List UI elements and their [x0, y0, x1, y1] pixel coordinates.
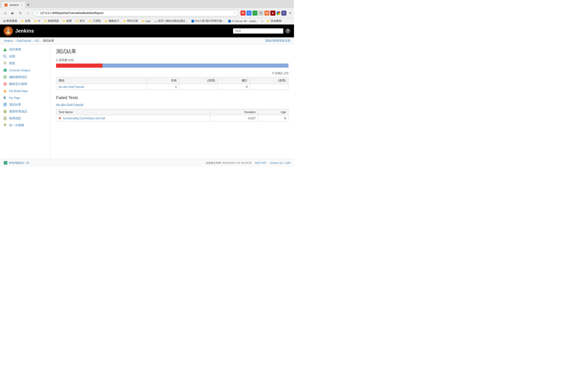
- bookmark-other[interactable]: 📁 其他書籤: [265, 19, 283, 23]
- bookmark-star-icon[interactable]: ☆: [233, 11, 236, 15]
- jenkins-help-button[interactable]: ?: [285, 28, 290, 33]
- bookmark-it-label: IT: [38, 20, 40, 23]
- sidebar-item-delete[interactable]: 刪除這次建構: [0, 81, 50, 87]
- bookmark-startup[interactable]: 📁 創業: [61, 19, 73, 23]
- edit-build-link[interactable]: 編輯建構資訊: [9, 75, 27, 79]
- translate-link[interactable]: 幫我們翻譯這一頁: [9, 161, 29, 165]
- folder-icon-geb: 📁: [142, 19, 145, 23]
- footer-translate: 幫我們翻譯這一頁: [4, 161, 29, 165]
- bookmark-inspire[interactable]: 📁 激勵短片: [103, 19, 121, 23]
- bookmark-readlater[interactable]: 📁 稍後閱讀: [43, 19, 60, 23]
- breadcrumb-build-number[interactable]: #22: [35, 39, 39, 42]
- svg-line-9: [6, 57, 7, 58]
- sidebar-item-console[interactable]: Console Output: [0, 67, 50, 74]
- breadcrumb-gebtutorial[interactable]: GebTutorial: [17, 39, 31, 42]
- unknown-ext2[interactable]: ■: [270, 10, 275, 16]
- git-link[interactable]: Git Build Data: [9, 89, 27, 93]
- tab-bar: Jenkins ✕: [0, 0, 294, 8]
- back-project-link[interactable]: 回到專案: [9, 48, 21, 52]
- total-col-header: 總計: [217, 77, 250, 84]
- age-header: Age: [258, 109, 288, 115]
- download-extension[interactable]: ↓: [252, 10, 258, 16]
- nav-bar: ◀ ▶ ↻ ⌂ 📄 127.0.0.1:9095/job/GebTutorial…: [0, 8, 294, 18]
- folder-icon-readlater: 📁: [44, 19, 47, 23]
- sidebar-item-edit-build[interactable]: 編輯建構資訊: [0, 74, 50, 81]
- status-link[interactable]: 狀態: [9, 54, 15, 58]
- svg-rect-11: [4, 63, 6, 63]
- home-button[interactable]: ⌂: [25, 10, 31, 16]
- console-icon: [3, 68, 7, 73]
- bookmark-ciserver[interactable]: 🔵 CI Server 30 – Jenki...: [226, 19, 259, 23]
- bookmark-itri-label: 工研院: [93, 19, 101, 23]
- prev-build-link[interactable]: 前一次建構: [9, 123, 24, 127]
- progress-pass-bar: [103, 64, 288, 68]
- refresh-button[interactable]: ↻: [17, 10, 23, 16]
- bookmark-itri[interactable]: 📁 工研院: [87, 19, 102, 23]
- sidebar-item-tags[interactable]: No Tags: [0, 94, 50, 101]
- tab-title: Jenkins: [9, 3, 19, 7]
- ithelp-icon: 🔵: [191, 19, 194, 23]
- bookmark-it[interactable]: 📁 IT: [33, 19, 42, 23]
- unknown-ext1[interactable]: ✦: [258, 10, 263, 16]
- back-button[interactable]: ◀: [2, 10, 8, 16]
- bookmark-ithelp2014[interactable]: 🔵 2014 第7屆IT邦幫忙鐵...: [190, 19, 225, 23]
- main-content: 測試結果 1 項失敗 (±0) 5 項測試 (±0) 模組 失敗 (差異) 總計…: [51, 44, 294, 159]
- tab-close-button[interactable]: ✕: [21, 4, 23, 6]
- translate-extension[interactable]: T: [246, 10, 251, 16]
- bookmark-geb[interactable]: 📁 Geb: [140, 19, 152, 23]
- main-layout: 回到專案 狀態 變更 Console Output 編輯建構資訊: [0, 44, 294, 159]
- test-results-link[interactable]: 測試結果: [9, 102, 21, 107]
- bookmark-apps[interactable]: ⊞ 應用服務: [2, 19, 19, 23]
- svg-point-8: [3, 55, 6, 57]
- sidebar-item-prev-build[interactable]: 前一次建構: [0, 122, 50, 129]
- address-input[interactable]: 127.0.0.1:9095/job/GebTutorial/lastBuild…: [40, 11, 232, 15]
- jenkins-search-input[interactable]: [233, 28, 284, 34]
- changes-link[interactable]: 變更: [9, 61, 15, 65]
- footer-rest-api-link[interactable]: REST API: [255, 161, 266, 164]
- failed-module-link[interactable]: idv.alin:GebTutorial: [56, 103, 288, 107]
- redeploy-link[interactable]: 重新部署成品: [9, 109, 27, 114]
- folder-icon-it: 📁: [34, 19, 37, 23]
- delete-link[interactable]: 刪除這次建構: [9, 82, 27, 86]
- svg-rect-18: [4, 77, 5, 78]
- auto-refresh-link[interactable]: 開啟自動更新新頁面: [266, 39, 290, 42]
- console-link[interactable]: Console Output: [9, 69, 30, 72]
- bookmark-foreword[interactable]: 📖 前言 | 網站自動化測試...: [153, 19, 189, 23]
- fingerprint-link[interactable]: 檢看指紋: [9, 116, 21, 120]
- sidebar-item-git[interactable]: Git Build Data: [0, 87, 50, 94]
- sidebar-item-fingerprint[interactable]: 檢看指紋: [0, 115, 50, 122]
- module-table-row: idv.alin:GebTutorial 1 5: [56, 84, 288, 90]
- bookmark-nextyear[interactable]: 📁 明年計劃: [122, 19, 139, 23]
- active-tab[interactable]: Jenkins ✕: [1, 2, 26, 8]
- address-bar[interactable]: 📄 127.0.0.1:9095/job/GebTutorial/lastBui…: [33, 10, 239, 16]
- chrome-extension[interactable]: [276, 11, 280, 15]
- gmail-extension[interactable]: M: [241, 10, 246, 16]
- tags-link[interactable]: No Tags: [9, 96, 20, 100]
- more-bookmarks-button[interactable]: »: [260, 19, 265, 23]
- test-name-link[interactable]: functionality.CacheSpec.test fail: [63, 117, 105, 120]
- bookmark-startup-label: 創業: [66, 19, 72, 23]
- unknown-ext3[interactable]: ✦: [281, 10, 286, 16]
- bookmark-leisure[interactable]: 📁 休閒: [19, 19, 32, 23]
- sidebar-item-redeploy[interactable]: 重新部署成品: [0, 108, 50, 115]
- folder-icon-other: 📁: [267, 19, 270, 23]
- bookmark-english[interactable]: 📁 英文: [74, 19, 86, 23]
- new-tab-button[interactable]: [26, 2, 31, 8]
- bookmarks-bar: ⊞ 應用服務 📁 休閒 📁 IT 📁 稍後閱讀 📁 創業 📁 英文 📁 工研院: [0, 18, 294, 24]
- breadcrumb-sep-2: ›: [32, 39, 33, 42]
- progress-bar: [56, 64, 288, 68]
- duration-header: Duration: [210, 109, 258, 115]
- sidebar-item-test-results[interactable]: 測試結果: [0, 101, 50, 108]
- forward-button[interactable]: ▶: [10, 10, 16, 16]
- sidebar-item-status[interactable]: 狀態: [0, 53, 50, 60]
- sidebar-item-changes[interactable]: 變更: [0, 60, 50, 67]
- breadcrumb-jenkins[interactable]: Jenkins: [4, 39, 13, 42]
- book-icon: 📖: [154, 19, 157, 23]
- svg-rect-10: [4, 62, 6, 62]
- adblock-extension[interactable]: AB: [264, 10, 269, 16]
- module-name-link[interactable]: idv.alin:GebTutorial: [59, 85, 84, 89]
- folder-icon-nextyear: 📁: [123, 19, 126, 23]
- browser-menu-button[interactable]: ≡: [288, 10, 292, 16]
- sidebar-item-back[interactable]: 回到專案: [0, 46, 50, 53]
- footer-version-link[interactable]: Jenkins ver. 1.585: [270, 161, 290, 164]
